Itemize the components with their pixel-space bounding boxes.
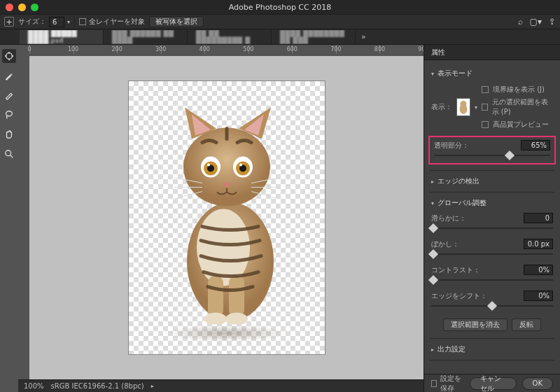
brush-tool[interactable] (2, 88, 16, 102)
global-refinements-header[interactable]: ▾グローバル調整 (431, 195, 553, 211)
display-mode-header[interactable]: ▾表示モード (431, 66, 553, 81)
transparency-field[interactable]: 65% (521, 140, 550, 150)
search-icon[interactable]: ⌕ (518, 17, 523, 27)
show-label: 表示： (431, 102, 452, 112)
select-subject-button[interactable]: 被写体を選択 (149, 16, 204, 27)
slider-field[interactable]: 0 (524, 213, 553, 223)
zoom-tool[interactable] (2, 147, 16, 161)
slider[interactable] (431, 251, 553, 258)
hq-preview-checkbox[interactable] (482, 121, 489, 128)
zoom-level[interactable]: 100% (24, 382, 44, 390)
transparency-label: 透明部分： (434, 141, 469, 150)
refine-edge-brush-tool[interactable] (2, 69, 16, 83)
add-brush-icon[interactable]: + (4, 17, 14, 27)
svg-rect-5 (208, 276, 223, 318)
view-thumbnail[interactable] (456, 98, 470, 116)
app-title: Adobe Photoshop CC 2018 (0, 3, 560, 12)
properties-panel: 属性 ▾表示モード 表示： ▾ 境界線を表示 (J) 元の選択範囲を表示 (P)… (424, 45, 560, 392)
workspace-switcher-icon[interactable]: ▢▾ (530, 17, 542, 27)
slider[interactable] (431, 276, 553, 284)
color-profile: sRGB IEC61966-2.1 (8bpc) (51, 382, 144, 390)
slider-label: ぼかし： (431, 239, 459, 249)
svg-point-16 (207, 164, 210, 167)
document-tab[interactable]: ███ ██████ ██ ████ (104, 30, 188, 44)
slider[interactable] (431, 302, 553, 309)
document-tab[interactable]: ████ ████████ ██ ███ (272, 30, 356, 44)
slider[interactable] (431, 225, 553, 232)
brush-size-field[interactable]: 6 (49, 17, 64, 27)
clear-selection-button[interactable]: 選択範囲を消去 (443, 318, 507, 331)
document-tabs: ████ █████ ████.psd ███ ██████ ██ ████ █… (0, 29, 560, 45)
document-tab[interactable]: ██ ██ █████████ █ (188, 30, 272, 44)
svg-point-17 (239, 164, 242, 167)
slider-field[interactable]: 0% (524, 290, 553, 301)
invert-button[interactable]: 反転 (512, 318, 541, 331)
transparency-highlight: 透明部分： 65% (428, 136, 556, 164)
remember-settings-checkbox[interactable] (431, 380, 437, 387)
ok-button[interactable]: OK (522, 377, 553, 390)
canvas[interactable] (29, 56, 424, 379)
all-layers-checkbox[interactable] (79, 18, 86, 25)
brush-size-label: サイズ： (18, 17, 46, 27)
show-original-checkbox[interactable] (482, 104, 488, 111)
subject-image (153, 101, 300, 326)
artboard (129, 81, 325, 354)
svg-point-2 (6, 150, 11, 156)
svg-point-20 (461, 101, 467, 107)
output-settings-header[interactable]: ▸出力設定 (431, 342, 553, 357)
chevron-down-icon[interactable]: ▾ (67, 19, 70, 25)
subject-shadow (164, 325, 290, 342)
ruler-vertical (18, 56, 29, 379)
svg-point-0 (6, 53, 13, 59)
quick-select-tool[interactable] (2, 49, 16, 63)
edge-detection-header[interactable]: ▸エッジの検出 (431, 174, 553, 189)
options-bar: + サイズ： 6 ▾ 全レイヤーを対象 被写体を選択 ⌕ ▢▾ ⇪ (0, 14, 560, 29)
lasso-tool[interactable] (2, 108, 16, 122)
slider-label: エッジをシフト： (431, 291, 487, 301)
slider-field[interactable]: 0.0 px (524, 239, 553, 249)
all-layers-label: 全レイヤーを対象 (89, 17, 145, 27)
chevron-right-icon[interactable]: ▸ (151, 383, 154, 389)
tab-overflow-icon[interactable]: » (356, 32, 372, 41)
refine-toolbar (0, 45, 18, 392)
slider-label: 滑らかに： (431, 214, 466, 223)
slider-label: コントラスト： (431, 265, 480, 275)
share-icon[interactable]: ⇪ (549, 17, 556, 27)
chevron-down-icon[interactable]: ▾ (475, 104, 477, 111)
slider-field[interactable]: 0% (524, 265, 553, 275)
cancel-button[interactable]: キャンセル (470, 377, 516, 390)
svg-rect-6 (229, 276, 244, 318)
title-bar: Adobe Photoshop CC 2018 (0, 0, 560, 14)
document-tab[interactable]: ████ █████ ████.psd (20, 30, 104, 44)
transparency-slider[interactable] (434, 152, 550, 159)
ruler-horizontal: /*ticks drawn below via JS*/ 01002003004… (18, 45, 424, 56)
status-bar: 100% sRGB IEC61966-2.1 (8bpc) ▸ (18, 379, 424, 392)
remember-settings-label: 設定を保存 (440, 374, 465, 393)
workspace: /*ticks drawn below via JS*/ 01002003004… (18, 45, 424, 392)
hand-tool[interactable] (2, 127, 16, 141)
show-edge-checkbox[interactable] (482, 86, 489, 93)
panel-footer: 設定を保存 キャンセル OK (424, 374, 560, 392)
panel-title: 属性 (424, 45, 560, 60)
